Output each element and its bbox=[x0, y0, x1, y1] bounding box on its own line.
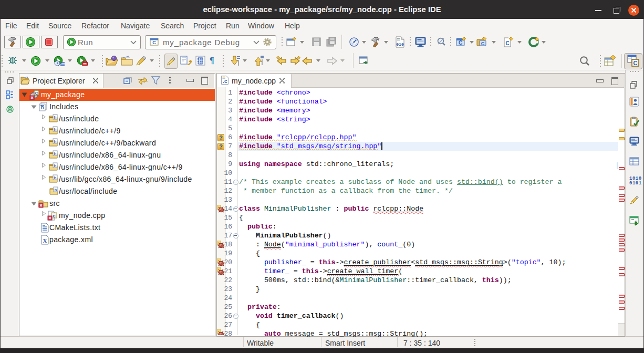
svg-text:C: C bbox=[633, 60, 638, 66]
svg-text:.c: .c bbox=[223, 78, 227, 84]
svg-text:h: h bbox=[54, 163, 57, 168]
svg-text:C: C bbox=[505, 40, 509, 46]
svg-text:C: C bbox=[152, 40, 156, 45]
svg-text:h: h bbox=[54, 127, 57, 132]
svg-text:010: 010 bbox=[396, 42, 404, 47]
svg-text:h: h bbox=[54, 115, 57, 120]
svg-text:h: h bbox=[54, 175, 57, 180]
svg-text:h: h bbox=[54, 151, 57, 156]
svg-text:h: h bbox=[55, 188, 57, 192]
svg-text:X: X bbox=[43, 237, 47, 244]
svg-text:C: C bbox=[35, 91, 38, 96]
svg-text:c: c bbox=[53, 213, 55, 219]
svg-text:C: C bbox=[459, 40, 462, 46]
svg-text:h: h bbox=[54, 139, 57, 144]
svg-text:C: C bbox=[481, 41, 485, 46]
